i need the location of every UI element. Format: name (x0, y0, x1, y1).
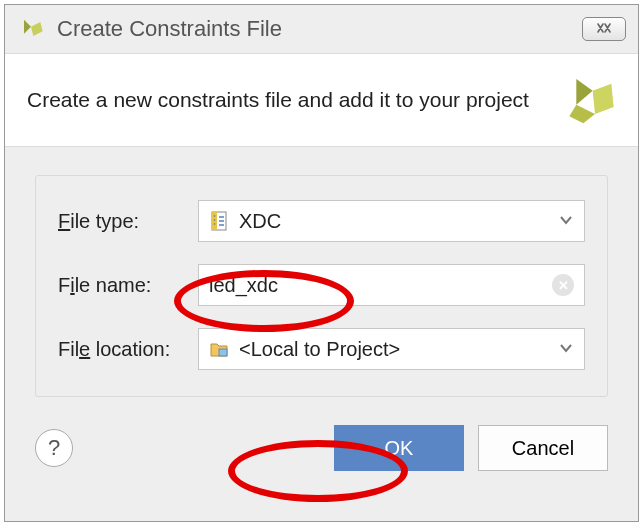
file-name-value: led_xdc (209, 274, 278, 297)
dialog: Create Constraints File Create a new con… (4, 4, 639, 522)
xdc-file-icon (209, 211, 229, 231)
svg-marker-4 (569, 105, 595, 124)
file-name-input[interactable]: led_xdc ✕ (198, 264, 585, 306)
footer: ? OK Cancel (5, 407, 638, 493)
file-name-label: File name: (58, 274, 198, 297)
file-location-dropdown[interactable]: <Local to Project> (198, 328, 585, 370)
ok-button[interactable]: OK (334, 425, 464, 471)
row-file-type: File type: (58, 200, 585, 242)
app-icon (17, 15, 45, 43)
svg-point-7 (214, 215, 216, 217)
file-type-value: XDC (239, 210, 281, 233)
file-location-value: <Local to Project> (239, 338, 400, 361)
help-button[interactable]: ? (35, 429, 73, 467)
cancel-button[interactable]: Cancel (478, 425, 608, 471)
folder-icon (209, 339, 229, 359)
vivado-icon (560, 72, 616, 128)
svg-point-8 (214, 219, 216, 221)
help-icon: ? (48, 435, 60, 461)
dialog-title: Create Constraints File (57, 16, 282, 42)
svg-marker-3 (593, 84, 614, 114)
row-file-name: File name: led_xdc ✕ (58, 264, 585, 306)
svg-marker-0 (24, 20, 31, 34)
svg-point-9 (214, 223, 216, 225)
close-button[interactable] (582, 17, 626, 41)
svg-marker-2 (576, 79, 592, 105)
svg-marker-1 (31, 22, 43, 36)
form-area: File type: (5, 147, 638, 407)
header-description: Create a new constraints file and add it… (27, 85, 546, 114)
row-file-location: File location: <Local to Project> (58, 328, 585, 370)
chevron-down-icon (558, 338, 574, 361)
file-type-label: File type: (58, 210, 198, 233)
chevron-down-icon (558, 210, 574, 233)
titlebar: Create Constraints File (5, 5, 638, 53)
form-box: File type: (35, 175, 608, 397)
clear-icon[interactable]: ✕ (552, 274, 574, 296)
svg-rect-6 (212, 212, 217, 230)
svg-rect-13 (219, 349, 227, 356)
file-type-dropdown[interactable]: XDC (198, 200, 585, 242)
file-location-label: File location: (58, 338, 198, 361)
close-icon (596, 21, 612, 37)
header: Create a new constraints file and add it… (5, 53, 638, 147)
